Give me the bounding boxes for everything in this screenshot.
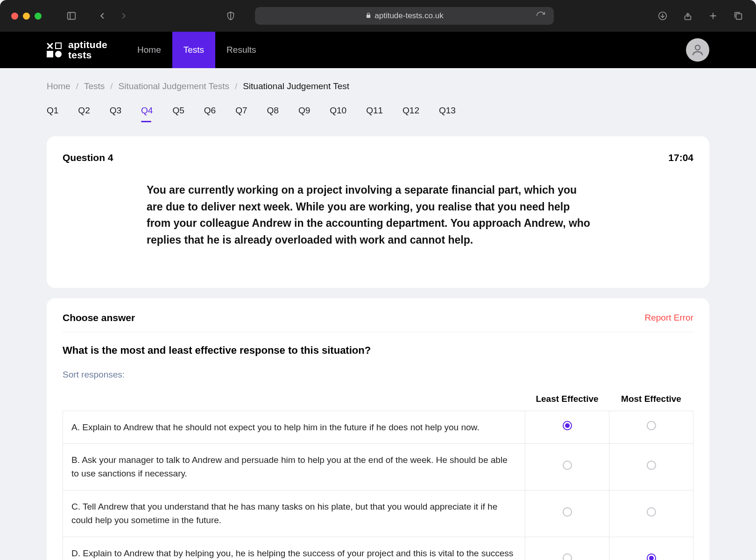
radio-most[interactable] <box>647 553 656 560</box>
question-tab-q1[interactable]: Q1 <box>47 105 58 120</box>
logo-line2: tests <box>68 50 107 60</box>
breadcrumb-link[interactable]: Situational Judgement Tests <box>119 81 229 91</box>
downloads-icon[interactable] <box>656 9 669 22</box>
breadcrumb: Home/Tests/Situational Judgement Tests/S… <box>47 81 709 91</box>
question-tab-q10[interactable]: Q10 <box>330 105 346 120</box>
answer-row: D. Explain to Andrew that by helping you… <box>63 537 693 560</box>
question-tab-q11[interactable]: Q11 <box>366 105 383 120</box>
answer-text: C. Tell Andrew that you understand that … <box>63 490 525 537</box>
question-tab-q4[interactable]: Q4 <box>141 105 153 120</box>
svg-rect-8 <box>736 14 742 19</box>
report-error-link[interactable]: Report Error <box>644 313 693 323</box>
question-tab-q5[interactable]: Q5 <box>172 105 184 120</box>
answer-text: A. Explain to Andrew that he should not … <box>63 411 525 443</box>
radio-most[interactable] <box>647 461 656 470</box>
breadcrumb-link[interactable]: Tests <box>84 81 105 91</box>
forward-button-icon[interactable] <box>117 9 130 22</box>
answer-row: C. Tell Andrew that you understand that … <box>63 490 693 537</box>
timer: 17:04 <box>668 152 693 163</box>
question-tab-q9[interactable]: Q9 <box>298 105 310 120</box>
radio-most[interactable] <box>647 507 656 517</box>
avatar[interactable] <box>686 38 709 62</box>
url-text: aptitude-tests.co.uk <box>374 11 443 21</box>
privacy-shield-icon[interactable] <box>224 9 237 22</box>
question-body: You are currently working on a project i… <box>147 182 595 249</box>
window-minimize-button[interactable] <box>23 13 30 20</box>
answers-header: Choose answer <box>63 312 135 323</box>
sort-label: Sort responses: <box>63 370 693 380</box>
col-most: Most Effective <box>609 387 693 411</box>
answer-row: A. Explain to Andrew that he should not … <box>63 411 693 443</box>
question-tab-q6[interactable]: Q6 <box>204 105 216 120</box>
back-button-icon[interactable] <box>96 9 109 22</box>
answer-row: B. Ask your manager to talk to Andrew an… <box>63 444 693 490</box>
answers-table: Least Effective Most Effective A. Explai… <box>63 387 693 560</box>
logo[interactable]: aptitude tests <box>47 40 107 60</box>
address-bar[interactable]: aptitude-tests.co.uk <box>255 7 554 25</box>
radio-least[interactable] <box>563 421 572 430</box>
logo-text: aptitude tests <box>68 40 107 60</box>
col-least: Least Effective <box>525 387 609 411</box>
breadcrumb-separator: / <box>76 81 78 91</box>
sidebar-toggle-icon[interactable] <box>65 9 78 22</box>
answers-prompt: What is the most and least effective res… <box>63 344 693 357</box>
radio-least[interactable] <box>563 507 572 517</box>
nav-item-results[interactable]: Results <box>215 32 267 68</box>
question-tab-q3[interactable]: Q3 <box>110 105 121 120</box>
svg-rect-0 <box>68 13 76 20</box>
answer-text: B. Ask your manager to talk to Andrew an… <box>63 444 525 490</box>
breadcrumb-separator: / <box>110 81 113 91</box>
radio-most[interactable] <box>647 421 656 430</box>
browser-toolbar: aptitude-tests.co.uk <box>0 0 756 32</box>
question-tab-q13[interactable]: Q13 <box>439 105 456 120</box>
tabs-overview-icon[interactable] <box>732 9 745 22</box>
user-icon <box>691 43 705 57</box>
window-fullscreen-button[interactable] <box>35 13 42 20</box>
refresh-icon[interactable] <box>534 9 547 22</box>
radio-least[interactable] <box>563 553 572 560</box>
nav-item-tests[interactable]: Tests <box>172 32 215 68</box>
breadcrumb-link[interactable]: Home <box>47 81 71 91</box>
logo-mark-icon <box>47 42 62 57</box>
question-tab-q7[interactable]: Q7 <box>235 105 247 120</box>
question-tab-q2[interactable]: Q2 <box>78 105 90 120</box>
question-tabs: Q1Q2Q3Q4Q5Q6Q7Q8Q9Q10Q11Q12Q13 <box>47 105 709 120</box>
window-controls <box>11 13 42 20</box>
breadcrumb-current: Situational Judgement Test <box>243 81 349 91</box>
question-card: Question 4 17:04 You are currently worki… <box>47 136 709 288</box>
logo-line1: aptitude <box>68 40 107 50</box>
lock-icon <box>365 12 372 20</box>
share-icon[interactable] <box>681 9 694 22</box>
answers-card: Choose answer Report Error What is the m… <box>47 298 709 560</box>
question-tab-q8[interactable]: Q8 <box>267 105 279 120</box>
breadcrumb-separator: / <box>235 81 237 91</box>
app-navbar: aptitude tests HomeTestsResults <box>0 32 756 68</box>
window-close-button[interactable] <box>11 13 18 20</box>
new-tab-icon[interactable] <box>707 9 720 22</box>
question-label: Question 4 <box>63 152 113 163</box>
radio-least[interactable] <box>563 461 572 470</box>
nav-item-home[interactable]: Home <box>126 32 172 68</box>
svg-point-9 <box>695 45 700 50</box>
question-tab-q12[interactable]: Q12 <box>403 105 419 120</box>
answer-text: D. Explain to Andrew that by helping you… <box>63 537 525 560</box>
